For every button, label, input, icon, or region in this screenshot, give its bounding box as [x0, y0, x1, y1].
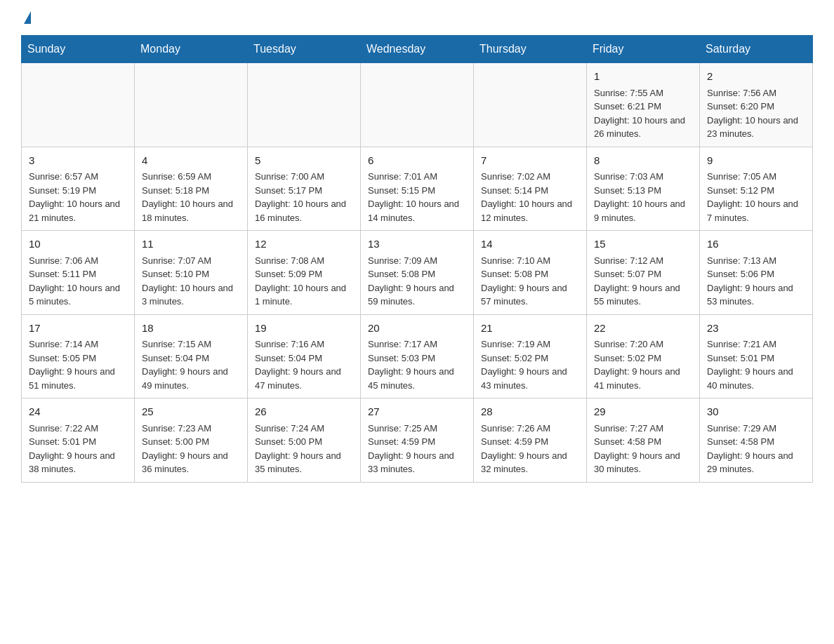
sun-info: Sunrise: 7:02 AMSunset: 5:14 PMDaylight:…	[481, 170, 579, 224]
sun-info: Sunrise: 7:01 AMSunset: 5:15 PMDaylight:…	[368, 170, 466, 224]
sun-info: Sunrise: 7:17 AMSunset: 5:03 PMDaylight:…	[368, 337, 466, 392]
calendar-cell: 3Sunrise: 6:57 AMSunset: 5:19 PMDaylight…	[22, 147, 135, 231]
day-number: 18	[142, 321, 240, 337]
day-number: 15	[594, 236, 692, 253]
calendar-cell: 25Sunrise: 7:23 AMSunset: 5:00 PMDayligh…	[135, 398, 248, 483]
sun-info: Sunrise: 7:22 AMSunset: 5:01 PMDaylight:…	[29, 422, 127, 476]
calendar-cell: 2Sunrise: 7:56 AMSunset: 6:20 PMDaylight…	[700, 63, 813, 147]
calendar-table: SundayMondayTuesdayWednesdayThursdayFrid…	[21, 35, 813, 483]
day-of-week-header: Tuesday	[248, 36, 361, 63]
day-number: 1	[594, 69, 692, 85]
calendar-cell: 22Sunrise: 7:20 AMSunset: 5:02 PMDayligh…	[587, 314, 700, 398]
logo-triangle-icon	[24, 11, 31, 24]
sun-info: Sunrise: 7:03 AMSunset: 5:13 PMDaylight:…	[594, 170, 692, 224]
calendar-cell: 27Sunrise: 7:25 AMSunset: 4:59 PMDayligh…	[361, 398, 474, 483]
sun-info: Sunrise: 7:25 AMSunset: 4:59 PMDaylight:…	[368, 422, 466, 476]
day-number: 14	[481, 236, 579, 253]
page-header	[21, 14, 813, 21]
calendar-cell: 1Sunrise: 7:55 AMSunset: 6:21 PMDaylight…	[587, 63, 700, 147]
day-number: 4	[142, 153, 240, 169]
day-number: 12	[255, 236, 353, 253]
calendar-cell: 29Sunrise: 7:27 AMSunset: 4:58 PMDayligh…	[587, 398, 700, 483]
sun-info: Sunrise: 7:55 AMSunset: 6:21 PMDaylight:…	[594, 86, 692, 141]
day-number: 8	[594, 153, 692, 169]
calendar-cell: 17Sunrise: 7:14 AMSunset: 5:05 PMDayligh…	[22, 314, 135, 398]
day-number: 5	[255, 153, 353, 169]
day-number: 24	[29, 404, 127, 420]
calendar-cell: 14Sunrise: 7:10 AMSunset: 5:08 PMDayligh…	[474, 231, 587, 315]
day-number: 13	[368, 236, 466, 253]
calendar-cell	[361, 63, 474, 147]
sun-info: Sunrise: 7:13 AMSunset: 5:06 PMDaylight:…	[707, 254, 805, 309]
sun-info: Sunrise: 7:14 AMSunset: 5:05 PMDaylight:…	[29, 337, 127, 392]
calendar-cell: 28Sunrise: 7:26 AMSunset: 4:59 PMDayligh…	[474, 398, 587, 483]
calendar-cell: 18Sunrise: 7:15 AMSunset: 5:04 PMDayligh…	[135, 314, 248, 398]
sun-info: Sunrise: 7:07 AMSunset: 5:10 PMDaylight:…	[142, 254, 240, 309]
sun-info: Sunrise: 7:10 AMSunset: 5:08 PMDaylight:…	[481, 254, 579, 309]
calendar-week-row: 17Sunrise: 7:14 AMSunset: 5:05 PMDayligh…	[22, 314, 813, 398]
day-number: 21	[481, 321, 579, 337]
sun-info: Sunrise: 7:09 AMSunset: 5:08 PMDaylight:…	[368, 254, 466, 309]
day-number: 29	[594, 404, 692, 420]
calendar-cell: 24Sunrise: 7:22 AMSunset: 5:01 PMDayligh…	[22, 398, 135, 483]
day-of-week-header: Thursday	[474, 36, 587, 63]
calendar-cell: 30Sunrise: 7:29 AMSunset: 4:58 PMDayligh…	[700, 398, 813, 483]
day-of-week-header: Wednesday	[361, 36, 474, 63]
sun-info: Sunrise: 7:16 AMSunset: 5:04 PMDaylight:…	[255, 337, 353, 392]
calendar-cell	[135, 63, 248, 147]
day-number: 16	[707, 236, 805, 253]
calendar-cell: 13Sunrise: 7:09 AMSunset: 5:08 PMDayligh…	[361, 231, 474, 315]
calendar-cell: 19Sunrise: 7:16 AMSunset: 5:04 PMDayligh…	[248, 314, 361, 398]
calendar-cell	[248, 63, 361, 147]
sun-info: Sunrise: 7:06 AMSunset: 5:11 PMDaylight:…	[29, 254, 127, 309]
calendar-cell: 23Sunrise: 7:21 AMSunset: 5:01 PMDayligh…	[700, 314, 813, 398]
day-number: 30	[707, 404, 805, 420]
calendar-cell	[22, 63, 135, 147]
sun-info: Sunrise: 7:05 AMSunset: 5:12 PMDaylight:…	[707, 170, 805, 224]
calendar-week-row: 24Sunrise: 7:22 AMSunset: 5:01 PMDayligh…	[22, 398, 813, 483]
sun-info: Sunrise: 7:20 AMSunset: 5:02 PMDaylight:…	[594, 337, 692, 392]
sun-info: Sunrise: 6:57 AMSunset: 5:19 PMDaylight:…	[29, 170, 127, 224]
sun-info: Sunrise: 7:24 AMSunset: 5:00 PMDaylight:…	[255, 422, 353, 476]
day-of-week-header: Monday	[135, 36, 248, 63]
day-number: 17	[29, 321, 127, 337]
sun-info: Sunrise: 7:12 AMSunset: 5:07 PMDaylight:…	[594, 254, 692, 309]
sun-info: Sunrise: 7:56 AMSunset: 6:20 PMDaylight:…	[707, 86, 805, 141]
day-number: 28	[481, 404, 579, 420]
calendar-week-row: 1Sunrise: 7:55 AMSunset: 6:21 PMDaylight…	[22, 63, 813, 147]
calendar-cell: 8Sunrise: 7:03 AMSunset: 5:13 PMDaylight…	[587, 147, 700, 231]
sun-info: Sunrise: 7:08 AMSunset: 5:09 PMDaylight:…	[255, 254, 353, 309]
day-number: 25	[142, 404, 240, 420]
day-number: 10	[29, 236, 127, 253]
day-number: 2	[707, 69, 805, 85]
calendar-cell: 10Sunrise: 7:06 AMSunset: 5:11 PMDayligh…	[22, 231, 135, 315]
day-of-week-header: Friday	[587, 36, 700, 63]
day-number: 9	[707, 153, 805, 169]
calendar-cell: 26Sunrise: 7:24 AMSunset: 5:00 PMDayligh…	[248, 398, 361, 483]
sun-info: Sunrise: 7:26 AMSunset: 4:59 PMDaylight:…	[481, 422, 579, 476]
calendar-cell: 4Sunrise: 6:59 AMSunset: 5:18 PMDaylight…	[135, 147, 248, 231]
calendar-week-row: 10Sunrise: 7:06 AMSunset: 5:11 PMDayligh…	[22, 231, 813, 315]
day-number: 27	[368, 404, 466, 420]
day-number: 20	[368, 321, 466, 337]
calendar-cell	[474, 63, 587, 147]
calendar-cell: 6Sunrise: 7:01 AMSunset: 5:15 PMDaylight…	[361, 147, 474, 231]
calendar-cell: 12Sunrise: 7:08 AMSunset: 5:09 PMDayligh…	[248, 231, 361, 315]
calendar-cell: 11Sunrise: 7:07 AMSunset: 5:10 PMDayligh…	[135, 231, 248, 315]
sun-info: Sunrise: 7:27 AMSunset: 4:58 PMDaylight:…	[594, 422, 692, 476]
calendar-cell: 9Sunrise: 7:05 AMSunset: 5:12 PMDaylight…	[700, 147, 813, 231]
sun-info: Sunrise: 6:59 AMSunset: 5:18 PMDaylight:…	[142, 170, 240, 224]
day-number: 11	[142, 236, 240, 253]
day-of-week-header: Saturday	[700, 36, 813, 63]
day-number: 7	[481, 153, 579, 169]
calendar-cell: 20Sunrise: 7:17 AMSunset: 5:03 PMDayligh…	[361, 314, 474, 398]
sun-info: Sunrise: 7:29 AMSunset: 4:58 PMDaylight:…	[707, 422, 805, 476]
calendar-cell: 21Sunrise: 7:19 AMSunset: 5:02 PMDayligh…	[474, 314, 587, 398]
day-number: 19	[255, 321, 353, 337]
calendar-cell: 5Sunrise: 7:00 AMSunset: 5:17 PMDaylight…	[248, 147, 361, 231]
day-number: 26	[255, 404, 353, 420]
sun-info: Sunrise: 7:15 AMSunset: 5:04 PMDaylight:…	[142, 337, 240, 392]
logo	[21, 14, 31, 21]
sun-info: Sunrise: 7:23 AMSunset: 5:00 PMDaylight:…	[142, 422, 240, 476]
calendar-week-row: 3Sunrise: 6:57 AMSunset: 5:19 PMDaylight…	[22, 147, 813, 231]
